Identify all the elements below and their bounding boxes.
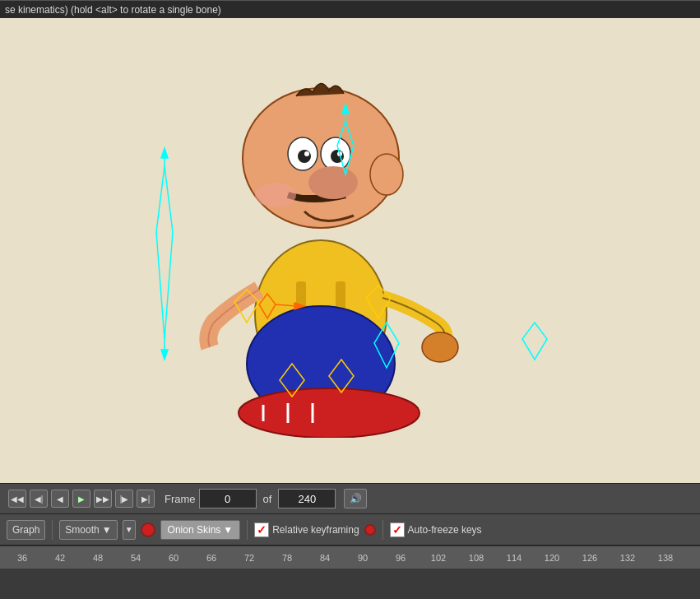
play-back-button[interactable]: ◀ [51,490,69,508]
tick-60: 60 [155,553,192,563]
of-label: of [263,493,272,505]
tick-90: 90 [344,553,382,563]
onion-skins-button[interactable]: Onion Skins ▼ [160,520,241,540]
total-frames-input[interactable] [278,489,336,508]
current-frame-input[interactable] [199,489,257,508]
tick-132: 132 [609,553,647,563]
tick-54: 54 [117,553,155,563]
svg-point-8 [255,183,296,207]
relative-keyframing-group: ✓ Relative keyframing [254,522,359,537]
auto-freeze-keys-label: Auto-freeze keys [408,524,482,536]
onion-skins-label: Onion Skins [168,524,221,536]
tick-42: 42 [41,553,79,563]
svg-point-9 [370,154,403,195]
graph-label: Graph [12,524,39,536]
go-to-end-button[interactable]: ▶| [137,490,155,508]
separator-3 [382,520,383,540]
tick-78: 78 [268,553,306,563]
record-indicator[interactable] [141,522,155,537]
tick-126: 126 [571,553,609,563]
smooth-label: Smooth [65,524,99,536]
relative-keyframing-checkbox[interactable]: ✓ [254,522,269,537]
status-bar: se kinematics) (hold <alt> to rotate a s… [0,0,700,18]
frame-label: Frame [165,493,196,505]
smooth-extra-arrow[interactable]: ▼ [123,520,136,540]
sound-button[interactable]: 🔊 [344,489,367,508]
separator-1 [52,520,53,540]
relative-keyframing-label: Relative keyframing [272,524,359,536]
tick-114: 114 [495,553,533,563]
tick-36: 36 [3,553,41,563]
auto-freeze-keys-group: ✓ Auto-freeze keys [390,522,482,537]
svg-point-5 [304,151,309,156]
step-forward-button[interactable]: |▶ [115,490,133,508]
tick-138: 138 [647,553,684,563]
svg-marker-25 [161,148,168,158]
tick-108: 108 [457,553,495,563]
relative-keyframing-indicator [364,524,376,536]
tick-48: 48 [79,553,117,563]
onion-skins-arrow: ▼ [223,524,233,536]
character-animation [132,67,559,438]
separator-2 [247,520,248,540]
ruler-numbers: 36 42 48 54 60 66 72 78 84 90 96 102 108… [0,546,700,569]
svg-marker-23 [156,166,173,339]
play-forward-button[interactable]: ▶▶ [94,490,112,508]
auto-freeze-keys-checkbox[interactable]: ✓ [390,522,405,537]
status-text: se kinematics) (hold <alt> to rotate a s… [5,4,221,16]
svg-marker-36 [522,323,547,360]
svg-marker-27 [161,350,168,360]
tick-84: 84 [306,553,344,563]
step-back-button[interactable]: ◀| [30,490,48,508]
tick-66: 66 [192,553,230,563]
svg-rect-15 [243,405,415,421]
tick-102: 102 [420,553,457,563]
controls-bar: Graph Smooth ▼ ▼ Onion Skins ▼ ✓ Relativ… [0,514,700,546]
svg-point-3 [298,150,311,163]
smooth-dropdown[interactable]: Smooth ▼ [59,520,117,540]
tick-72: 72 [230,553,268,563]
main-canvas [0,18,700,483]
go-to-start-button[interactable]: ◀◀ [8,490,26,508]
graph-button[interactable]: Graph [7,520,45,540]
smooth-dropdown-arrow: ▼ [102,524,112,536]
svg-point-7 [308,166,358,199]
transport-bar: ◀◀ ◀| ◀ ▶ ▶▶ |▶ ▶| Frame of 🔊 [0,483,700,514]
play-button[interactable]: ▶ [72,490,90,508]
tick-96: 96 [382,553,420,563]
svg-point-19 [422,332,458,362]
timeline-ruler: 36 42 48 54 60 66 72 78 84 90 96 102 108… [0,546,700,569]
tick-120: 120 [533,553,571,563]
